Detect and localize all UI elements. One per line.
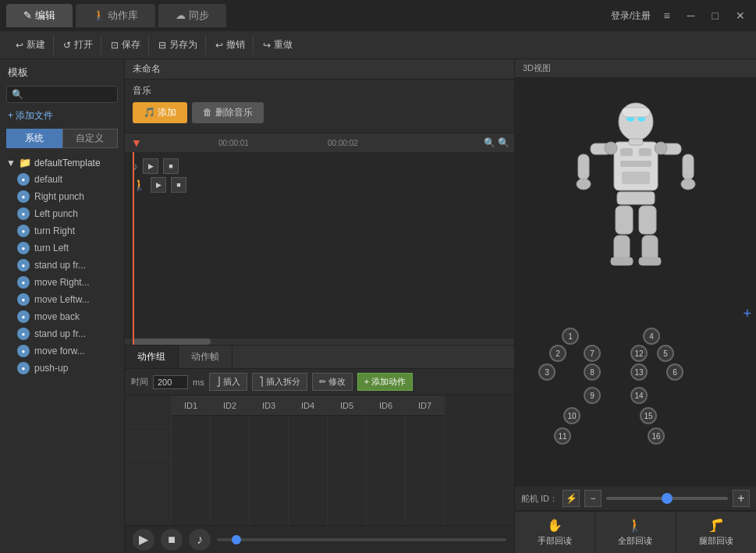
servo-slider[interactable] [606,497,728,500]
zoom-in-icon[interactable]: 🔍 [498,137,509,148]
new-button[interactable]: ↩ 新建 [8,35,54,55]
close-button[interactable]: ✕ [731,8,750,23]
list-item[interactable]: ● move forw... [0,342,124,360]
time-input[interactable] [153,375,188,389]
right-panel: 3D视图 [514,59,756,553]
stop-button[interactable]: ■ [161,529,183,551]
list-item[interactable]: ● push-up [0,360,124,377]
music-stop-button[interactable]: ■ [163,158,179,174]
list-item[interactable]: ● move Leftw... [0,291,124,308]
list-item[interactable]: ● turn Left [0,239,124,257]
title-bar: ✎ 编辑 🚶 动作库 ☁ 同步 登录/注册 ≡ ─ □ ✕ [0,0,756,31]
tab-sync[interactable]: ☁ 同步 [158,4,226,27]
item-icon: ● [17,345,30,357]
servo-dot-13[interactable]: 13 [630,363,648,381]
item-icon: ● [17,242,30,254]
list-item[interactable]: ● turn Right [0,222,124,239]
action-grid: ID1 ID2 ID3 ID4 ID5 [125,395,514,525]
servo-lightning-button[interactable]: ⚡ [563,490,580,507]
sidebar: 模板 🔍 + 添加文件 系统 自定义 ▼ 📁 defaultTemplate ●… [0,59,125,553]
servo-minus-button[interactable]: − [584,490,602,507]
all-read-button[interactable]: 🚶 全部回读 [595,512,676,553]
minimize-button[interactable]: ─ [683,8,700,23]
id-col-header-1: ID1 [172,395,210,416]
robot-3d-container [515,78,756,300]
list-item[interactable]: ● default [0,171,124,188]
play-button[interactable]: ▶ [133,529,154,551]
music-button[interactable]: ♪ [189,529,211,551]
template-folder[interactable]: ▼ 📁 defaultTemplate [0,154,124,171]
login-button[interactable]: 登录/注册 [611,9,651,23]
list-item[interactable]: ● move Right... [0,274,124,291]
toolbar: ↩ 新建 ↺ 打开 ⊡ 保存 ⊟ 另存为 ↩ 撤销 ↪ 重做 [0,31,756,59]
servo-dot-3[interactable]: 3 [538,363,555,381]
servo-dot-9[interactable]: 9 [584,387,601,404]
maximize-button[interactable]: □ [708,8,723,23]
tab-edit[interactable]: ✎ 编辑 [6,4,73,27]
list-item[interactable]: ● stand up fr... [0,257,124,274]
open-button[interactable]: ↺ 打开 [55,35,101,55]
servo-dot-7[interactable]: 7 [584,345,601,362]
zoom-out-icon[interactable]: 🔍 [484,137,495,148]
delete-music-button[interactable]: 🗑 删除音乐 [192,102,263,123]
list-item[interactable]: ● Left punch [0,205,124,222]
svg-rect-10 [578,154,589,179]
tab-library[interactable]: 🚶 动作库 [76,4,156,27]
motion-play-button[interactable]: ▶ [151,177,166,193]
svg-rect-21 [639,257,661,265]
servo-dot-10[interactable]: 10 [563,407,580,424]
servo-dot-4[interactable]: 4 [643,328,660,345]
servo-dot-16[interactable]: 16 [648,427,665,445]
save-button[interactable]: ⊡ 保存 [103,35,149,55]
id-col-3: ID3 [250,395,289,525]
servo-dot-1[interactable]: 1 [562,328,579,345]
settings-button[interactable]: ≡ [658,8,674,23]
servo-panel: + 1 2 3 4 5 6 7 8 9 10 11 12 13 14 15 16 [515,301,756,553]
servo-dot-14[interactable]: 14 [630,387,648,404]
hand-read-label: 手部回读 [538,535,572,547]
add-action-button[interactable]: + 添加动作 [357,373,413,391]
split-insert-button[interactable]: ⎤ 插入拆分 [252,373,307,391]
motion-stop-button[interactable]: ■ [171,177,186,193]
sidebar-tab-custom[interactable]: 自定义 [62,129,119,148]
music-play-button[interactable]: ▶ [143,158,158,174]
action-section: 动作组 动作帧 时间 ms ⎦ 插入 ⎤ 插入拆分 ✏ 修改 + 添加动作 [125,346,514,525]
action-tab-frame[interactable]: 动作帧 [179,346,232,368]
id-col-header-4: ID4 [289,395,327,416]
svg-rect-17 [614,236,630,261]
hand-read-button[interactable]: ✋ 手部回读 [515,512,595,553]
template-list: ▼ 📁 defaultTemplate ● default ● Right pu… [0,151,124,553]
servo-plus-button[interactable]: + [733,490,750,507]
servo-dot-5[interactable]: 5 [657,345,674,362]
modify-button[interactable]: ✏ 修改 [312,373,353,391]
list-item[interactable]: ● Right punch [0,188,124,205]
leg-read-button[interactable]: 🦵 腿部回读 [676,512,756,553]
add-file-button[interactable]: + 添加文件 [0,106,124,126]
svg-rect-7 [620,161,651,167]
search-input[interactable] [27,89,112,100]
servo-dot-6[interactable]: 6 [666,363,683,381]
sidebar-tab-system[interactable]: 系统 [6,129,62,148]
ms-label: ms [193,378,204,387]
servo-dot-12[interactable]: 12 [630,345,648,362]
servo-dot-2[interactable]: 2 [549,345,566,362]
list-item[interactable]: ● move back [0,308,124,325]
all-read-label: 全部回读 [618,535,652,547]
row-label [125,395,171,427]
servo-dot-8[interactable]: 8 [584,363,601,381]
item-icon: ● [17,276,30,289]
add-music-button[interactable]: 🎵 添加 [133,102,187,123]
insert-button[interactable]: ⎦ 插入 [209,373,247,391]
progress-indicator[interactable] [232,535,241,544]
saveas-button[interactable]: ⊟ 另存为 [151,35,206,55]
list-item[interactable]: ● stand up fr... [0,325,124,342]
robot-3d-model [558,100,714,279]
redo-button[interactable]: ↪ 重做 [255,35,300,55]
svg-point-11 [577,179,591,190]
servo-dot-11[interactable]: 11 [554,427,571,445]
progress-bar [217,538,506,541]
plus-icon[interactable]: + [743,306,751,322]
action-tab-group[interactable]: 动作组 [125,346,179,368]
undo-button[interactable]: ↩ 撤销 [208,35,254,55]
servo-dot-15[interactable]: 15 [640,407,657,424]
